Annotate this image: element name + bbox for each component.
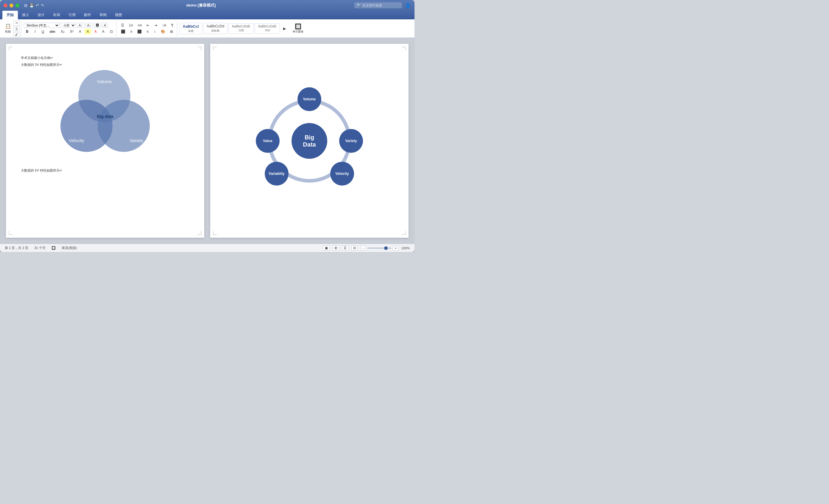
styles-pane-button[interactable]: 🔲 样式窗格	[291, 22, 305, 35]
tab-review[interactable]: 审阅	[95, 11, 111, 20]
user-icon[interactable]: 👤	[405, 3, 411, 8]
satellite-variety: Variety	[339, 129, 363, 153]
text-effect-button[interactable]: A	[100, 29, 107, 34]
style-subheading-label: 副标题	[207, 29, 224, 33]
strikethrough-button[interactable]: abc	[47, 29, 57, 34]
style-date-label: 日期	[232, 29, 250, 33]
tab-references[interactable]: 引用	[64, 11, 80, 20]
zoom-level: 100%	[401, 246, 410, 250]
styles-pane-label: 样式窗格	[293, 30, 303, 34]
style-date-preview: AaBbCcDdE	[232, 25, 250, 28]
more-styles-button[interactable]: ▶	[281, 26, 288, 31]
save-icon[interactable]: 💾	[29, 3, 34, 8]
satellite-variablity: Variablity	[265, 162, 289, 186]
tab-insert[interactable]: 插入	[18, 11, 33, 20]
tab-design[interactable]: 设计	[33, 11, 49, 20]
track-changes-icon[interactable]: 🔲	[51, 246, 56, 250]
justify-button[interactable]: ≡	[144, 29, 151, 34]
search-bar[interactable]: 🔍	[354, 2, 402, 8]
align-right-button[interactable]: ⬛	[135, 29, 144, 34]
border-button[interactable]: ⊡	[108, 29, 115, 34]
center-label: BigData	[303, 134, 316, 148]
styles-group: AaBbCcI 标题 AaBbCcDd 副标题 AaBbCcDdE 日期 AaB…	[178, 21, 412, 36]
sidebar-icon[interactable]: ⊞	[24, 3, 27, 8]
corner-bl	[9, 231, 12, 235]
underline-button[interactable]: U	[40, 29, 46, 34]
style-heading-label: 标题	[183, 29, 199, 33]
ribbon-tab-bar: 开始 插入 设计 布局 引用 邮件 审阅 视图	[0, 11, 414, 20]
font-style-button[interactable]: 🅐	[94, 23, 101, 28]
venn-velocity-label: Velocity	[69, 138, 84, 143]
view-layout-button[interactable]: ⊟	[351, 246, 358, 251]
ribbon: 开始 插入 设计 布局 引用 邮件 审阅 视图 📋 粘贴 ✂ ⎘ 🖌	[0, 11, 414, 38]
decrease-indent-button[interactable]: ⇤	[144, 23, 151, 28]
styles-panel: AaBbCcI 标题 AaBbCcDd 副标题 AaBbCcDdE 日期 AaB…	[180, 23, 288, 34]
italic-button[interactable]: I	[32, 29, 38, 34]
page1-content: 学术文稿最小化示例↵ 大数据的 3V 特性如图所示↵ Volume Veloci…	[21, 56, 189, 173]
highlight-button[interactable]: A	[84, 29, 91, 34]
align-center-button[interactable]: ≡	[128, 29, 135, 34]
font-color-button[interactable]: A	[77, 29, 83, 34]
copy-button[interactable]: ⎘	[13, 27, 20, 31]
style-date[interactable]: AaBbCcDdE 日期	[229, 23, 254, 34]
satellite-volume: Volume	[297, 87, 321, 111]
corner2-br	[402, 231, 405, 235]
styles-pane-icon: 🔲	[295, 23, 301, 30]
page-2: BigData Volume Variety Velocity	[210, 44, 408, 238]
maximize-button[interactable]	[15, 4, 20, 7]
font-size-select[interactable]: 小四	[61, 23, 76, 28]
increase-font-button[interactable]: A↑	[77, 23, 84, 28]
borders-button[interactable]: ⊞	[168, 29, 175, 34]
zoom-track	[367, 248, 391, 249]
text-color-button[interactable]: A	[92, 29, 99, 34]
corner2-tr	[402, 47, 405, 50]
paste-button[interactable]: 📋 粘贴	[4, 22, 12, 35]
titlebar-icons: ⊞ 💾 ↶ ↷	[24, 3, 44, 8]
zoom-in-button[interactable]: +	[393, 246, 398, 251]
multilevel-button[interactable]: ≡≡	[136, 23, 144, 28]
superscript-button[interactable]: X²	[68, 29, 76, 34]
sort-button[interactable]: ↕A	[160, 23, 168, 28]
tab-view[interactable]: 视图	[111, 11, 126, 20]
corner-tr	[198, 47, 201, 50]
ribbon-toolbar: 📋 粘贴 ✂ ⎘ 🖌 SimSun (中文...	[0, 20, 414, 38]
format-painter-button[interactable]: 🖌	[13, 32, 20, 37]
window-title: demo [兼容模式]	[48, 3, 354, 8]
clear-format-button[interactable]: A	[102, 23, 108, 28]
search-input[interactable]	[362, 4, 401, 7]
undo-icon[interactable]: ↶	[36, 3, 39, 8]
numbering-button[interactable]: 1≡	[127, 23, 135, 28]
circular-diagram: BigData Volume Variety Velocity	[253, 84, 366, 197]
tab-home[interactable]: 开始	[2, 11, 18, 20]
style-bibliography[interactable]: AaBbCcDdE 书目	[255, 23, 280, 34]
bullets-button[interactable]: ☰	[119, 23, 126, 28]
view-multi-button[interactable]: ⊞	[333, 246, 339, 251]
shading-button[interactable]: 🎨	[159, 29, 167, 34]
tab-mailings[interactable]: 邮件	[80, 11, 95, 20]
decrease-font-button[interactable]: A↓	[85, 23, 93, 28]
subscript-button[interactable]: X₂	[59, 29, 67, 34]
font-family-select[interactable]: SimSun (中文...	[24, 23, 60, 28]
style-heading[interactable]: AaBbCcI 标题	[180, 23, 202, 34]
style-subheading[interactable]: AaBbCcDd 副标题	[203, 23, 227, 34]
show-marks-button[interactable]: ¶	[169, 23, 176, 28]
increase-indent-button[interactable]: ⇥	[152, 23, 159, 28]
tab-layout[interactable]: 布局	[49, 11, 64, 20]
redo-icon[interactable]: ↷	[41, 3, 44, 8]
align-left-button[interactable]: ⬛	[119, 29, 128, 34]
close-button[interactable]	[4, 4, 7, 7]
line-spacing-button[interactable]: ↕	[151, 29, 158, 34]
paste-icon: 📋	[5, 23, 11, 29]
view-single-button[interactable]: ▣	[323, 246, 330, 251]
corner-tl	[9, 47, 12, 50]
page1-text2: 大数据的 3V 特性如图所示↵	[21, 63, 189, 67]
zoom-out-button[interactable]: −	[361, 246, 366, 251]
center-circle: BigData	[291, 123, 327, 159]
cut-button[interactable]: ✂	[13, 21, 20, 26]
page1-text1: 学术文稿最小化示例↵	[21, 56, 189, 60]
paste-label: 粘贴	[5, 30, 11, 34]
minimize-button[interactable]	[9, 4, 13, 7]
view-outline-button[interactable]: ☰	[342, 246, 349, 251]
language: 英语(美国)	[62, 246, 77, 250]
bold-button[interactable]: B	[24, 29, 31, 34]
